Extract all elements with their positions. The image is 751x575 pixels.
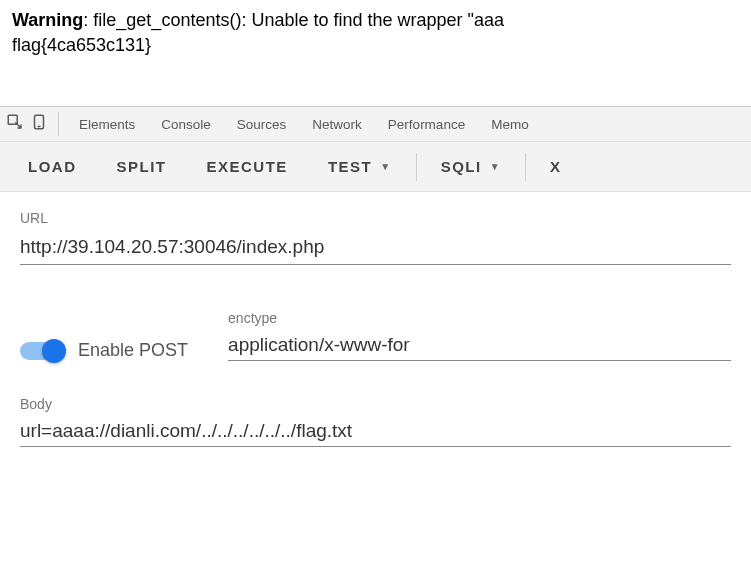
test-button[interactable]: TEST ▼ xyxy=(308,142,412,191)
warning-prefix: Warning xyxy=(12,10,83,30)
device-toggle-icon[interactable] xyxy=(30,113,48,135)
enable-post-toggle[interactable] xyxy=(20,342,64,360)
tab-network[interactable]: Network xyxy=(300,117,374,132)
enctype-label: enctype xyxy=(228,310,731,326)
enable-post-group: Enable POST xyxy=(20,340,188,361)
execute-button[interactable]: EXECUTE xyxy=(187,142,308,191)
action-toolbar: LOAD SPLIT EXECUTE TEST ▼ SQLI ▼ X xyxy=(0,142,751,192)
sqli-button[interactable]: SQLI ▼ xyxy=(421,142,521,191)
devtools-toolbar: Elements Console Sources Network Perform… xyxy=(0,106,751,142)
toolbar-divider xyxy=(416,153,417,181)
enctype-group: enctype xyxy=(228,310,731,361)
tab-sources[interactable]: Sources xyxy=(225,117,299,132)
split-button[interactable]: SPLIT xyxy=(97,142,187,191)
tab-performance[interactable]: Performance xyxy=(376,117,477,132)
url-input[interactable] xyxy=(20,230,731,265)
enctype-input[interactable] xyxy=(228,330,731,361)
inspect-element-icon[interactable] xyxy=(6,113,24,135)
tab-elements[interactable]: Elements xyxy=(67,117,147,132)
body-label: Body xyxy=(20,396,731,412)
warning-output: Warning: file_get_contents(): Unable to … xyxy=(0,0,751,78)
warning-message: : file_get_contents(): Unable to find th… xyxy=(83,10,504,30)
url-label: URL xyxy=(20,210,731,226)
chevron-down-icon: ▼ xyxy=(490,161,501,172)
body-section: Body xyxy=(20,396,731,447)
inspect-icon-group xyxy=(6,112,59,136)
body-input[interactable] xyxy=(20,416,731,447)
extra-button[interactable]: X xyxy=(530,142,582,191)
toggle-knob xyxy=(42,339,66,363)
load-button[interactable]: LOAD xyxy=(8,142,97,191)
form-area: URL Enable POST enctype Body xyxy=(0,192,751,465)
enable-post-label: Enable POST xyxy=(78,340,188,361)
flag-text: flag{4ca653c131} xyxy=(12,35,151,55)
devtools-tabs: Elements Console Sources Network Perform… xyxy=(67,117,541,132)
tab-memory[interactable]: Memo xyxy=(479,117,541,132)
tab-console[interactable]: Console xyxy=(149,117,223,132)
toolbar-divider xyxy=(525,153,526,181)
chevron-down-icon: ▼ xyxy=(380,161,391,172)
